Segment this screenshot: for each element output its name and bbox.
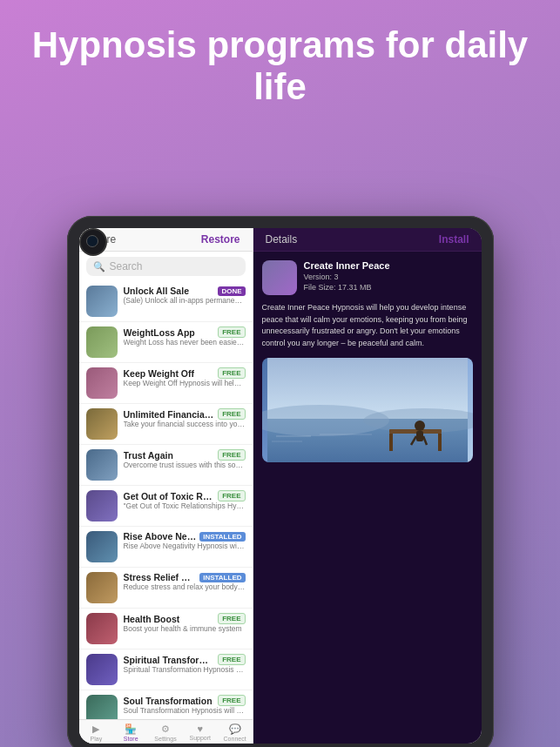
app-badge: FREE bbox=[218, 408, 245, 420]
search-bar[interactable]: 🔍 Search bbox=[86, 257, 246, 276]
ipad-screen: Store Restore 🔍 Search Unlock All Sale D… bbox=[79, 228, 482, 744]
list-item[interactable]: Unlimited Financial S FREE Take your fin… bbox=[79, 404, 253, 445]
app-description: "Get Out of Toxic Relationships Hypnosis… bbox=[124, 501, 246, 511]
app-badge: FREE bbox=[218, 695, 245, 706]
app-description: Boost your health & immune system bbox=[124, 624, 246, 634]
tab-settings[interactable]: ⚙ Settings bbox=[148, 723, 183, 742]
store-tab[interactable]: Store bbox=[91, 233, 117, 246]
app-thumbnail bbox=[86, 695, 118, 719]
detail-filesize: File Size: 17.31 MB bbox=[304, 283, 390, 292]
tab-connect[interactable]: 💬 Connect bbox=[218, 723, 253, 742]
app-badge: FREE bbox=[218, 490, 245, 501]
app-description: Overcome trust issues with this soothing… bbox=[124, 461, 246, 470]
detail-title: Create Inner Peace bbox=[304, 260, 390, 271]
app-badge: INSTALLED bbox=[199, 573, 245, 582]
svg-rect-4 bbox=[389, 429, 442, 434]
svg-rect-5 bbox=[389, 434, 393, 451]
app-title: Unlimited Financial S bbox=[124, 409, 215, 420]
app-title: Health Boost bbox=[124, 614, 180, 624]
install-button[interactable]: Install bbox=[439, 233, 469, 246]
app-info: WeightLoss App FREE Weight Loss has neve… bbox=[124, 326, 246, 347]
store-label: Store bbox=[124, 736, 138, 742]
app-badge: DONE bbox=[218, 286, 245, 296]
tab-store[interactable]: 🏪 Store bbox=[113, 723, 148, 742]
list-item[interactable]: Unlock All Sale DONE (Sale) Unlock all i… bbox=[79, 281, 253, 322]
right-content: Create Inner Peace Version: 3 File Size:… bbox=[253, 252, 482, 744]
detail-image bbox=[262, 358, 473, 462]
tab-play[interactable]: ▶ Play bbox=[79, 723, 114, 742]
tab-support[interactable]: ♥ Support bbox=[183, 723, 218, 742]
svg-rect-8 bbox=[416, 431, 423, 441]
app-title: Spiritual Transformat bbox=[124, 655, 215, 665]
app-description: (Sale) Unlock all in-apps permanently to… bbox=[124, 296, 246, 306]
app-thumbnail bbox=[86, 613, 118, 644]
app-title: Get Out of Toxic Rela bbox=[124, 491, 215, 501]
settings-icon: ⚙ bbox=[161, 723, 170, 735]
right-panel: Details Install Create Inner Peace Versi… bbox=[253, 228, 482, 744]
app-title: Rise Above Nega bbox=[124, 531, 197, 542]
app-thumbnail bbox=[86, 572, 118, 603]
left-nav: Store Restore bbox=[79, 228, 253, 252]
search-icon: 🔍 bbox=[93, 261, 105, 273]
bottom-tabs: ▶ Play 🏪 Store ⚙ Settings ♥ Support 💬 Co… bbox=[79, 719, 253, 744]
support-icon: ♥ bbox=[198, 723, 204, 734]
hero-section: Hypnosis programs for daily life bbox=[0, 0, 560, 124]
app-description: Weight Loss has never been easier! Lose … bbox=[124, 338, 246, 347]
app-title: Soul Transformation bbox=[124, 696, 213, 706]
app-title: WeightLoss App bbox=[124, 327, 195, 338]
svg-point-7 bbox=[415, 421, 425, 431]
search-input[interactable]: Search bbox=[110, 260, 143, 273]
list-item[interactable]: Health Boost FREE Boost your health & im… bbox=[79, 609, 253, 649]
app-badge: FREE bbox=[218, 613, 245, 624]
details-tab[interactable]: Details bbox=[266, 233, 298, 246]
app-badge: FREE bbox=[218, 326, 245, 338]
app-list: Unlock All Sale DONE (Sale) Unlock all i… bbox=[79, 281, 253, 719]
ipad-outer: Store Restore 🔍 Search Unlock All Sale D… bbox=[67, 216, 494, 747]
app-info: Trust Again FREE Overcome trust issues w… bbox=[124, 449, 246, 470]
play-icon: ▶ bbox=[92, 723, 99, 735]
left-panel: Store Restore 🔍 Search Unlock All Sale D… bbox=[79, 228, 253, 744]
app-thumbnail bbox=[86, 408, 118, 440]
app-thumbnail bbox=[86, 531, 118, 562]
detail-description: Create Inner Peace Hypnosis will help yo… bbox=[262, 302, 473, 349]
hero-title: Hypnosis programs for daily life bbox=[0, 0, 560, 124]
svg-rect-6 bbox=[438, 434, 442, 451]
app-title: Trust Again bbox=[124, 450, 173, 461]
app-description: Soul Transformation Hypnosis will develo… bbox=[124, 706, 246, 716]
detail-header: Create Inner Peace Version: 3 File Size:… bbox=[262, 260, 473, 295]
settings-label: Settings bbox=[154, 736, 176, 742]
app-title: Unlock All Sale bbox=[124, 286, 189, 296]
app-description: Keep Weight Off Hypnosis will help you s… bbox=[124, 379, 246, 388]
list-item[interactable]: Stress Relief & A INSTALLED Reduce stres… bbox=[79, 568, 253, 609]
app-thumbnail bbox=[86, 449, 118, 481]
app-info: Unlock All Sale DONE (Sale) Unlock all i… bbox=[124, 286, 246, 306]
detail-info: Create Inner Peace Version: 3 File Size:… bbox=[304, 260, 390, 292]
list-item[interactable]: Soul Transformation FREE Soul Transforma… bbox=[79, 690, 253, 719]
list-item[interactable]: Get Out of Toxic Rela FREE "Get Out of T… bbox=[79, 486, 253, 527]
detail-version: Version: 3 bbox=[304, 273, 390, 281]
app-badge: FREE bbox=[218, 367, 245, 379]
app-badge: INSTALLED bbox=[199, 532, 245, 542]
app-title: Keep Weight Off bbox=[124, 368, 194, 379]
app-info: Soul Transformation FREE Soul Transforma… bbox=[124, 695, 246, 716]
app-description: Take your financial success into your ow… bbox=[124, 420, 246, 429]
app-description: Reduce stress and relax your body and mi… bbox=[124, 582, 246, 592]
play-label: Play bbox=[91, 736, 103, 742]
right-nav: Details Install bbox=[253, 228, 482, 252]
list-item[interactable]: Rise Above Nega INSTALLED Rise Above Neg… bbox=[79, 527, 253, 568]
app-thumbnail bbox=[86, 286, 118, 317]
list-item[interactable]: Spiritual Transformat FREE Spiritual Tra… bbox=[79, 649, 253, 690]
store-icon: 🏪 bbox=[125, 723, 137, 735]
app-badge: FREE bbox=[218, 449, 245, 461]
app-title: Stress Relief & A bbox=[124, 572, 197, 582]
list-item[interactable]: Keep Weight Off FREE Keep Weight Off Hyp… bbox=[79, 363, 253, 404]
list-item[interactable]: Trust Again FREE Overcome trust issues w… bbox=[79, 445, 253, 486]
app-info: Get Out of Toxic Rela FREE "Get Out of T… bbox=[124, 490, 246, 511]
app-thumbnail bbox=[86, 490, 118, 522]
app-info: Health Boost FREE Boost your health & im… bbox=[124, 613, 246, 634]
app-badge: FREE bbox=[218, 654, 245, 665]
ipad-mockup: Store Restore 🔍 Search Unlock All Sale D… bbox=[67, 216, 494, 747]
restore-button[interactable]: Restore bbox=[201, 233, 240, 246]
app-description: Rise Above Negativity Hypnosis will buil… bbox=[124, 542, 246, 551]
list-item[interactable]: WeightLoss App FREE Weight Loss has neve… bbox=[79, 322, 253, 363]
